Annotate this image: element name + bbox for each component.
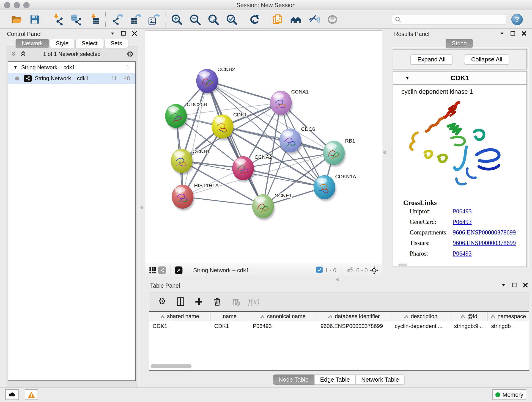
memory-button[interactable]: Memory — [492, 389, 526, 400]
results-panel: Results Panel String Expand All Collapse… — [388, 29, 532, 279]
edge-HIST1H1A-CCNE1[interactable] — [183, 197, 263, 206]
export-table-icon[interactable] — [129, 13, 142, 26]
node-label-CDKN1A: CDKN1A — [335, 174, 356, 179]
birdseye-view-icon[interactable] — [174, 266, 183, 275]
column-header-name[interactable]: name — [210, 312, 249, 321]
left-splitter-handle[interactable] — [140, 206, 143, 209]
crosslink-link[interactable]: P06493 — [453, 218, 472, 225]
columns-icon[interactable] — [175, 296, 186, 307]
export-network-icon[interactable] — [111, 13, 123, 26]
column-header-description[interactable]: description — [391, 312, 450, 321]
open-session-icon[interactable] — [10, 13, 22, 26]
control-panel-close-icon[interactable] — [132, 31, 138, 37]
results-panel-close-icon[interactable] — [521, 31, 527, 37]
network-collection-label: String Network – cdk1 — [21, 64, 75, 70]
column-header-shared-name[interactable]: shared name — [149, 312, 210, 321]
table-cell[interactable]: CDK1 — [210, 323, 249, 329]
tab-edge-table[interactable]: Edge Table — [314, 375, 355, 385]
network-row[interactable]: String Network – cdk1 11 48 — [8, 73, 135, 84]
right-splitter-handle[interactable] — [383, 151, 386, 154]
import-database-icon[interactable] — [70, 13, 82, 26]
tab-select[interactable]: Select — [75, 39, 104, 48]
protein-section-header[interactable]: ▼ CDK1 — [393, 71, 527, 85]
node-label-CDK1: CDK1 — [233, 112, 247, 118]
crosslink-link[interactable]: 9606.ENSP00000378699 — [453, 240, 516, 247]
table-cell[interactable]: cyclin-dependent ... — [391, 323, 450, 329]
table-cell[interactable]: stringdb — [488, 323, 529, 329]
node-label-RB1: RB1 — [345, 138, 355, 144]
network-view-toolbar: String Network – cdk1 1 - 0 0 - 0 — [145, 263, 382, 277]
control-panel-float-icon[interactable] — [120, 31, 127, 37]
crosslink-link[interactable]: P06493 — [453, 208, 472, 215]
column-header--id[interactable]: @id — [450, 312, 488, 321]
protein-description: cyclin-dependent kinase 1 — [401, 88, 473, 95]
node-label-CCNB2: CCNB2 — [217, 66, 235, 72]
hidden-eye-icon[interactable] — [346, 265, 355, 275]
table-panel-float-icon[interactable] — [511, 282, 517, 289]
tab-network[interactable]: Network — [16, 39, 49, 48]
zoom-fit-icon[interactable] — [207, 13, 220, 26]
node-label-CCNE1: CCNE1 — [274, 193, 292, 198]
crosshair-icon[interactable] — [370, 266, 379, 275]
help-button[interactable]: ? — [511, 14, 523, 25]
grid-view-icon[interactable] — [148, 266, 157, 275]
copy-network-icon[interactable] — [271, 13, 284, 26]
warnings-button[interactable] — [25, 389, 38, 400]
delete-column-icon[interactable] — [212, 296, 222, 307]
tree-expander-icon[interactable]: ▼ — [13, 65, 18, 70]
tab-node-table[interactable]: Node Table — [273, 375, 314, 385]
settings-gear-icon[interactable]: ⚙ — [157, 296, 167, 307]
hidden-node-edge-counts: 0 - 0 — [356, 267, 368, 274]
results-panel-title: Results Panel — [394, 31, 429, 37]
import-network-icon[interactable] — [51, 13, 64, 26]
column-header-database-identifier[interactable]: database identifier — [317, 312, 391, 321]
results-panel-float-icon[interactable] — [510, 31, 516, 37]
table-cell[interactable]: CDK1 — [149, 323, 210, 329]
table-panel-menu-icon[interactable] — [500, 282, 506, 289]
table-panel-close-icon[interactable] — [522, 282, 528, 289]
tab-network-table[interactable]: Network Table — [355, 375, 405, 385]
network-canvas[interactable]: CCNB2CCNA1CDC25BCDK1CDC6RB1CCNB1CCNA2CDK… — [145, 31, 382, 263]
add-column-icon[interactable] — [194, 296, 204, 307]
edge-CCNB2-HIST1H1A[interactable] — [183, 81, 207, 197]
search-box[interactable] — [392, 14, 506, 25]
string-home-icon[interactable] — [290, 13, 302, 26]
network-view-title: String Network – cdk1 — [193, 267, 249, 274]
zoom-out-icon[interactable] — [189, 13, 201, 26]
table-cell[interactable]: P06493 — [249, 323, 317, 329]
column-header-canonical-name[interactable]: canonical name — [249, 312, 317, 321]
selected-checkbox-icon[interactable] — [316, 266, 323, 274]
table-cell[interactable]: 9606.ENSP00000378699 — [317, 323, 391, 329]
search-input[interactable] — [403, 16, 503, 23]
cloud-button[interactable] — [5, 389, 19, 400]
column-header-namespace[interactable]: namespace — [488, 312, 529, 321]
tab-style[interactable]: Style — [50, 39, 75, 48]
share-view-icon[interactable] — [157, 266, 167, 275]
network-collection-row[interactable]: ▼ String Network – cdk1 1 — [8, 62, 135, 73]
save-session-icon[interactable] — [28, 13, 41, 26]
network-options-gear-icon[interactable]: ⚙ — [127, 50, 133, 59]
collapse-all-button[interactable]: Collapse All — [464, 54, 510, 65]
crosslink-link[interactable]: P06493 — [453, 250, 472, 257]
import-table-icon[interactable] — [88, 13, 100, 26]
crosslink-link[interactable]: 9606.ENSP00000378699 — [453, 229, 516, 236]
control-panel-menu-icon[interactable] — [109, 31, 115, 37]
tab-string[interactable]: String — [446, 39, 473, 48]
show-panel-icon[interactable] — [326, 13, 339, 26]
results-panel-menu-icon[interactable] — [499, 31, 505, 37]
results-scrollbar[interactable] — [398, 264, 407, 266]
tab-sets[interactable]: Sets — [104, 39, 128, 48]
refresh-network-icon[interactable] — [248, 13, 261, 26]
table-cell[interactable]: stringdb:9... — [450, 323, 488, 329]
control-panel: Control Panel Network Style Select Sets … — [0, 29, 144, 387]
export-image-icon[interactable] — [147, 13, 160, 26]
table-hscrollbar[interactable] — [151, 364, 191, 368]
hide-results-icon[interactable] — [308, 13, 320, 26]
zoom-selected-icon[interactable] — [225, 13, 238, 26]
expand-all-button[interactable]: Expand All — [410, 54, 453, 65]
zoom-in-icon[interactable] — [171, 13, 183, 26]
table-row[interactable]: CDK1CDK1P064939606.ENSP00000378699cyclin… — [149, 321, 529, 331]
node-label-CCNA1: CCNA1 — [291, 89, 309, 95]
edge-count: 48 — [124, 75, 130, 82]
collection-count: 1 — [127, 64, 129, 70]
